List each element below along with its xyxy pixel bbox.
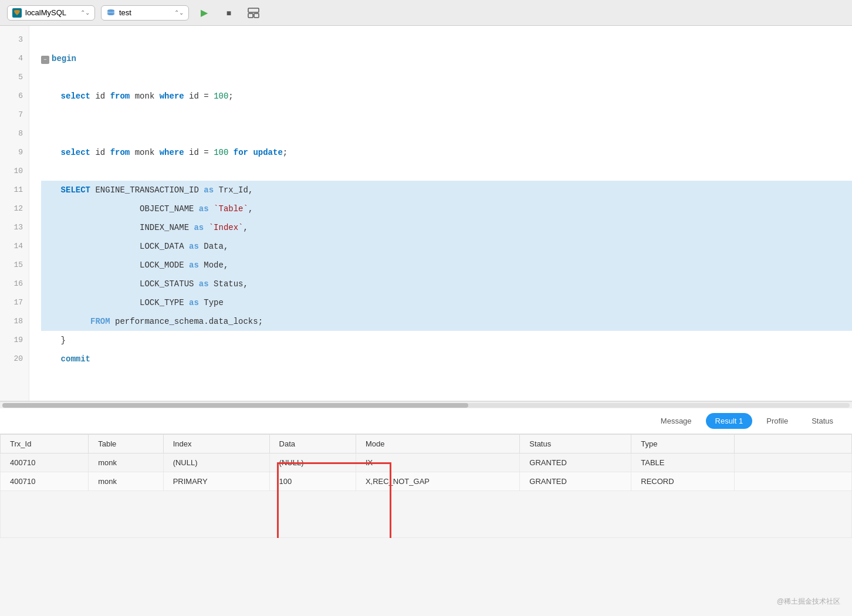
svg-rect-6: [254, 13, 259, 18]
col-header-index: Index: [163, 435, 269, 453]
database-arrow-icon: ⌃⌄: [174, 9, 184, 16]
col-header-data: Data: [269, 435, 356, 453]
code-line-7: [41, 106, 852, 124]
cell-index-2: PRIMARY: [163, 472, 269, 491]
result-table-container: Trx_Id Table Index Data Mode Status Type…: [0, 434, 852, 538]
code-content[interactable]: −begin select id from monk where id = 10…: [29, 26, 852, 401]
code-area[interactable]: 3 4 5 6 7 8 9 10 11 12 13 14 15 16 17 18…: [0, 26, 852, 401]
code-line-19: }: [41, 331, 852, 350]
cell-trxid-1: 400710: [1, 453, 89, 472]
svg-rect-4: [248, 8, 259, 12]
cell-table-1: monk: [89, 453, 163, 472]
code-line-5: [41, 68, 852, 87]
code-line-6: select id from monk where id = 100;: [41, 87, 852, 106]
database-icon: [106, 8, 116, 18]
stop-button[interactable]: ■: [219, 5, 238, 21]
col-header-status: Status: [520, 435, 631, 453]
cell-trxid-2: 400710: [1, 472, 89, 491]
database-selector[interactable]: test ⌃⌄: [101, 5, 189, 21]
cell-empty-2: [735, 472, 852, 491]
scrollbar-track: [2, 403, 850, 408]
connection-selector[interactable]: localMySQL ⌃⌄: [7, 5, 95, 21]
cell-status-1: GRANTED: [520, 453, 631, 472]
explain-icon: [248, 8, 259, 18]
line-numbers: 3 4 5 6 7 8 9 10 11 12 13 14 15 16 17 18…: [0, 26, 29, 401]
cell-mode-1: IX: [356, 453, 519, 472]
tab-result1[interactable]: Result 1: [706, 413, 753, 429]
code-line-3: [41, 31, 852, 49]
cell-data-2: 100: [269, 472, 356, 491]
scrollbar-thumb[interactable]: [2, 403, 468, 408]
run-button[interactable]: ▶: [195, 5, 214, 21]
code-line-9: select id from monk where id = 100 for u…: [41, 143, 852, 162]
table-header-row: Trx_Id Table Index Data Mode Status Type: [1, 435, 852, 453]
cell-type-1: TABLE: [631, 453, 735, 472]
cell-empty-1: [735, 453, 852, 472]
col-header-trxid: Trx_Id: [1, 435, 89, 453]
code-line-18: FROM performance_schema.data_locks;: [41, 312, 852, 331]
col-header-type: Type: [631, 435, 735, 453]
table-row: 400710 monk PRIMARY 100 X,REC_NOT_GAP GR…: [1, 472, 852, 491]
code-line-15: LOCK_MODE as Mode,: [41, 256, 852, 275]
code-line-17: LOCK_TYPE as Type: [41, 293, 852, 312]
code-line-14: LOCK_DATA as Data,: [41, 237, 852, 256]
cell-index-1: (NULL): [163, 453, 269, 472]
results-wrapper: Message Result 1 Profile Status Trx_Id T…: [0, 408, 852, 538]
code-line-11: SELECT ENGINE_TRANSACTION_ID as Trx_Id,: [41, 181, 852, 199]
cell-type-2: RECORD: [631, 472, 735, 491]
tab-message[interactable]: Message: [651, 413, 701, 429]
tabs-bar: Message Result 1 Profile Status: [0, 408, 852, 434]
mysql-icon: [12, 8, 22, 18]
watermark: @稀土掘金技术社区: [777, 597, 840, 607]
horizontal-scrollbar[interactable]: [0, 401, 852, 408]
code-line-12: OBJECT_NAME as `Table`,: [41, 199, 852, 218]
toolbar: localMySQL ⌃⌄ test ⌃⌄ ▶ ■: [0, 0, 852, 26]
fold-icon-4[interactable]: −: [41, 56, 49, 64]
cell-status-2: GRANTED: [520, 472, 631, 491]
cell-table-2: monk: [89, 472, 163, 491]
svg-rect-5: [248, 13, 253, 18]
code-line-16: LOCK_STATUS as Status,: [41, 275, 852, 293]
result-table: Trx_Id Table Index Data Mode Status Type…: [0, 434, 852, 538]
editor-container: 3 4 5 6 7 8 9 10 11 12 13 14 15 16 17 18…: [0, 26, 852, 401]
explain-button[interactable]: [244, 5, 263, 21]
cell-mode-2: X,REC_NOT_GAP: [356, 472, 519, 491]
code-line-10: [41, 162, 852, 181]
col-header-mode: Mode: [356, 435, 519, 453]
tab-status[interactable]: Status: [802, 413, 843, 429]
code-line-20: commit: [41, 350, 852, 368]
connection-label: localMySQL: [25, 8, 66, 17]
tab-profile[interactable]: Profile: [757, 413, 797, 429]
cell-data-1: (NULL): [269, 453, 356, 472]
code-line-8: [41, 124, 852, 143]
connection-arrow-icon: ⌃⌄: [80, 9, 90, 16]
svg-point-3: [107, 13, 114, 15]
col-header-empty: [735, 435, 852, 453]
code-line-13: INDEX_NAME as `Index`,: [41, 218, 852, 237]
table-row: 400710 monk (NULL) (NULL) IX GRANTED TAB…: [1, 453, 852, 472]
table-row-empty: [1, 491, 852, 538]
col-header-table: Table: [89, 435, 163, 453]
code-line-4: −begin: [41, 49, 852, 68]
database-label: test: [119, 8, 131, 17]
